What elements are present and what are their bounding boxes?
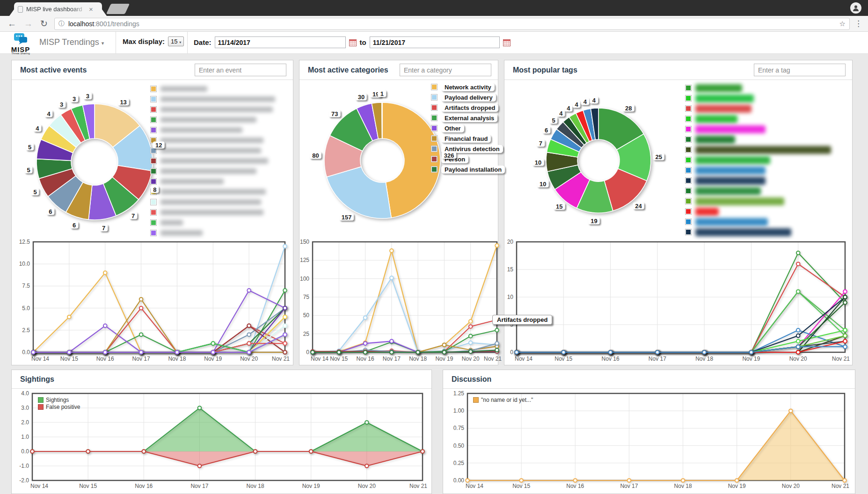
url-bar[interactable]: ⓘ localhost:8001/trendings ☆ [54,18,850,30]
max-display-select[interactable]: 15 ▾ [168,36,184,46]
blurred-tag-pill [695,167,766,174]
legend-swatch [431,145,438,152]
select-caret-icon: ▾ [179,40,181,44]
legend-item [150,197,275,207]
date-to-input[interactable] [370,36,500,48]
svg-text:Nov 19: Nov 19 [302,483,320,489]
events-panel-header: Most active events [12,60,293,80]
legend-swatch [685,208,692,215]
svg-text:Nov 20: Nov 20 [789,356,807,362]
date-label: Date: [194,38,212,46]
misp-logo-icon [13,33,29,45]
legend-swatch [685,136,692,143]
sightings-panel-title: Sightings [20,375,54,384]
legend-item [150,84,275,94]
date-from-input[interactable] [215,36,346,48]
blurred-tag-pill [695,115,737,123]
donut-slice-label: 15 [554,203,565,210]
reload-icon[interactable]: ↻ [40,19,48,28]
svg-text:Nov 16: Nov 16 [602,356,620,362]
legend-item [685,83,831,93]
tab-close-icon[interactable]: × [89,5,93,13]
svg-text:3.0: 3.0 [21,405,29,411]
browser-profile-avatar[interactable] [850,2,861,14]
legend-item [685,186,831,196]
donut-slice-label: 8 [151,186,159,193]
blurred-label [160,220,183,225]
forward-icon[interactable]: → [24,19,33,28]
legend-swatch [431,166,438,173]
legend-label: False positive [46,404,80,410]
legend-item: "no name or id yet..." [473,396,533,403]
chevron-down-icon: ▾ [102,40,104,46]
misp-logo[interactable]: MISP Threat Sharing [7,33,35,55]
legend-item [150,176,275,187]
donut-slice-label: 326 [442,152,457,159]
blurred-label [160,86,207,92]
legend-item [685,93,831,103]
back-icon[interactable]: ← [7,19,16,28]
donut-slice-label: 5 [26,144,34,151]
svg-text:10.0: 10.0 [19,261,30,267]
svg-text:-1.0: -1.0 [19,463,29,469]
legend-item [685,165,831,175]
legend-item [150,218,275,228]
bookmark-star-icon[interactable]: ☆ [839,20,846,28]
legend-swatch [685,167,692,174]
calendar-icon[interactable] [503,39,511,46]
categories-panel-header: Most active categories [299,60,498,80]
blurred-label [160,117,256,123]
legend-item: False positive [38,403,80,410]
svg-text:Nov 21: Nov 21 [484,356,502,362]
tag-search-input[interactable] [754,64,846,76]
legend-label: Sightings [46,397,69,403]
categories-panel-title: Most active categories [308,66,388,74]
max-display-label: Max display: [123,37,165,45]
svg-text:2.5: 2.5 [22,327,30,334]
events-line-chart: 0.02.55.07.510.012.5Nov 14Nov 15Nov 16No… [15,238,291,363]
blurred-tag-pill [695,84,742,92]
svg-text:Nov 20: Nov 20 [462,356,480,362]
blurred-tag-pill [695,228,791,236]
new-tab-button[interactable] [106,4,130,14]
legend-swatch [431,115,438,121]
discussion-chart: 0.000.250.500.751.001.25Nov 14Nov 15Nov … [447,391,852,491]
legend-item [150,125,275,135]
legend-swatch [685,146,692,153]
blurred-label [160,179,224,184]
events-legend [150,84,275,238]
legend-item: Payload installation [431,164,505,174]
svg-text:0.75: 0.75 [453,425,465,431]
discussion-panel-header: Discussion [443,370,855,389]
svg-text:Nov 18: Nov 18 [695,356,713,362]
svg-text:1.00: 1.00 [453,407,465,414]
legend-item [685,217,831,227]
donut-slice-label: 6 [46,208,54,215]
svg-text:Nov 14: Nov 14 [31,356,49,362]
svg-text:7.5: 7.5 [22,283,30,289]
svg-text:5.0: 5.0 [22,305,30,312]
legend-item [150,166,275,176]
calendar-icon[interactable] [349,39,357,46]
blurred-label [160,138,263,143]
browser-menu-icon[interactable]: ⋮ [854,19,862,29]
legend-item [150,207,275,218]
discussion-legend: "no name or id yet..." [473,396,533,403]
browser-tab[interactable]: MISP live dashboard × [14,2,102,16]
site-info-icon[interactable]: ⓘ [58,20,65,28]
category-search-input[interactable] [400,64,491,76]
events-panel-title: Most active events [20,66,87,74]
event-search-input[interactable] [195,64,286,76]
legend-swatch [431,84,438,90]
app-title-dropdown[interactable]: MISP Trendings ▾ [39,37,104,47]
svg-text:Nov 18: Nov 18 [674,483,692,489]
legend-item [685,227,831,237]
legend-swatch [685,229,692,235]
svg-text:Nov 19: Nov 19 [435,356,453,362]
donut-slice-label: 4 [564,105,572,112]
donut-slice-label: 3 [84,92,92,99]
legend-swatch [150,209,157,216]
blurred-tag-pill [695,218,768,226]
svg-text:Nov 17: Nov 17 [620,483,638,489]
sightings-legend: SightingsFalse positive [38,396,80,410]
